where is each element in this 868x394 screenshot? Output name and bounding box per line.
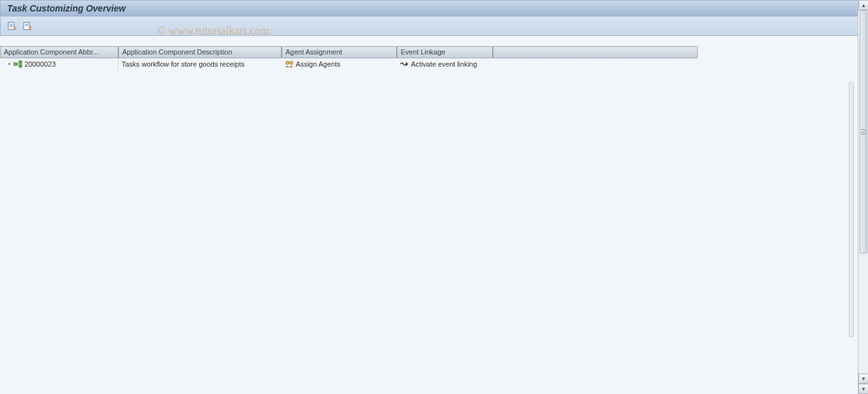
scroll-end-button[interactable]: ▼ — [858, 384, 868, 394]
table-row[interactable]: • 20000023 Tasks workflow for store good… — [0, 58, 847, 70]
cell-abbr-text: 20000023 — [24, 60, 56, 68]
page-title: Task Customizing Overview — [7, 3, 125, 13]
svg-rect-8 — [19, 61, 22, 63]
inner-scrollbar[interactable] — [849, 82, 854, 337]
activate-event-icon — [400, 60, 409, 69]
svg-line-10 — [17, 62, 19, 64]
svg-rect-9 — [19, 65, 22, 67]
workflow-node-icon — [13, 60, 22, 69]
column-header-agent[interactable]: Agent Assignment — [282, 46, 397, 58]
column-header-description[interactable]: Application Component Description — [118, 46, 282, 58]
cell-event-linkage[interactable]: Activate event linking — [397, 59, 493, 69]
table-body: • 20000023 Tasks workflow for store good… — [0, 58, 847, 394]
svg-rect-7 — [14, 63, 17, 65]
vertical-scrollbar[interactable]: ▲ ▼ ▼ — [858, 0, 868, 394]
column-header-abbr[interactable]: Application Component Abbr... — [0, 46, 118, 58]
table-header-row: Application Component Abbr... Applicatio… — [0, 46, 847, 58]
cell-agent-assignment[interactable]: Assign Agents — [282, 59, 397, 69]
cell-event-text: Activate event linking — [411, 60, 477, 68]
column-header-filler — [493, 46, 698, 58]
collapse-all-button[interactable] — [21, 20, 34, 33]
svg-point-13 — [290, 62, 293, 65]
svg-point-12 — [286, 62, 289, 65]
expand-tree-icon — [8, 22, 17, 31]
cell-agent-text: Assign Agents — [296, 60, 341, 68]
toolbar — [0, 17, 868, 36]
content-area: Application Component Abbr... Applicatio… — [0, 36, 868, 394]
title-bar: Task Customizing Overview — [0, 0, 868, 17]
cell-description: Tasks workflow for store goods receipts — [118, 60, 282, 69]
expand-all-button[interactable] — [6, 20, 19, 33]
svg-line-11 — [17, 64, 19, 66]
tree-bullet-icon: • — [8, 61, 10, 67]
scroll-down-button[interactable]: ▼ — [858, 373, 868, 384]
scroll-thumb[interactable] — [860, 10, 867, 254]
tree-table: Application Component Abbr... Applicatio… — [0, 46, 847, 394]
collapse-tree-icon — [23, 22, 32, 31]
cell-abbr: • 20000023 — [0, 58, 118, 70]
scroll-up-button[interactable]: ▲ — [858, 0, 868, 10]
assign-agents-icon — [285, 60, 294, 69]
column-header-event-linkage[interactable]: Event Linkage — [397, 46, 493, 58]
